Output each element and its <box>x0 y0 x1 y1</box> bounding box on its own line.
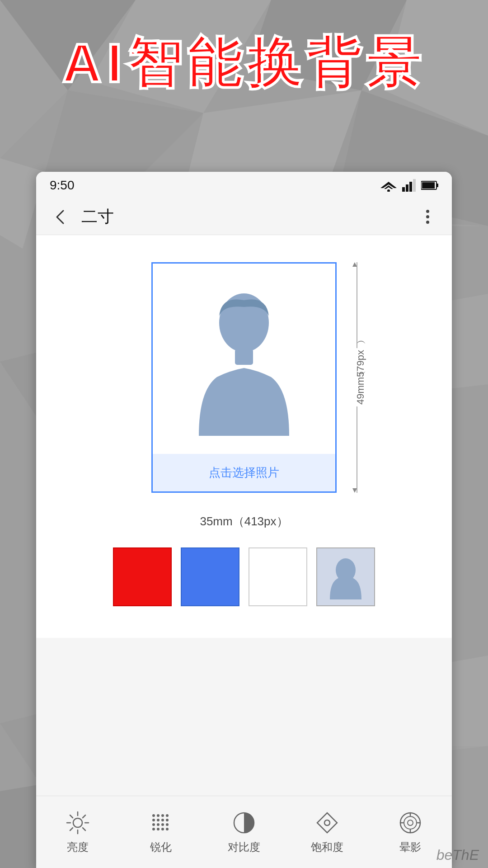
wifi-icon <box>380 179 397 192</box>
dimension-bottom: 35mm（413px） <box>200 514 288 529</box>
svg-point-39 <box>73 818 82 827</box>
svg-rect-35 <box>436 184 438 187</box>
bottom-nav: 亮度 <box>36 796 452 868</box>
svg-rect-37 <box>235 349 253 365</box>
swatch-red[interactable] <box>113 547 172 606</box>
app-bar-title: 二寸 <box>81 206 414 228</box>
svg-line-44 <box>70 815 73 818</box>
swatches-row <box>113 547 375 606</box>
brightness-label: 亮度 <box>67 840 89 854</box>
svg-rect-32 <box>413 179 416 192</box>
svg-line-46 <box>83 815 85 818</box>
main-title: AI智能换背景 <box>0 27 488 101</box>
status-icons <box>380 179 438 192</box>
contrast-label: 对比度 <box>228 840 260 854</box>
brightness-icon <box>65 810 90 835</box>
svg-marker-65 <box>317 813 337 833</box>
watermark: beThE <box>427 842 488 868</box>
photo-tap-text[interactable]: 点击选择照片 <box>153 454 335 491</box>
battery-icon <box>421 180 438 190</box>
svg-line-45 <box>83 828 85 830</box>
svg-rect-31 <box>409 182 412 192</box>
svg-point-55 <box>166 819 169 821</box>
svg-point-50 <box>161 814 164 817</box>
svg-point-66 <box>324 820 330 826</box>
svg-point-62 <box>161 828 164 830</box>
status-bar: 9:50 <box>36 172 452 199</box>
photo-silhouette <box>153 264 335 454</box>
svg-point-48 <box>152 814 155 817</box>
svg-rect-29 <box>402 187 405 192</box>
signal-icon <box>402 179 416 192</box>
svg-point-52 <box>152 819 155 821</box>
svg-point-49 <box>157 814 160 817</box>
vignette-label: 晕影 <box>399 840 421 854</box>
photo-frame-container: 点击选择照片 49mm（579px） <box>151 262 337 493</box>
title-area: AI智能换背景 <box>0 27 488 101</box>
more-button[interactable] <box>414 203 441 231</box>
svg-line-47 <box>70 828 73 830</box>
svg-point-61 <box>157 828 160 830</box>
photo-frame[interactable]: 点击选择照片 <box>151 262 337 493</box>
svg-rect-30 <box>406 184 408 192</box>
nav-item-contrast[interactable]: 对比度 <box>202 810 286 854</box>
swatch-white[interactable] <box>249 547 307 606</box>
svg-point-60 <box>152 828 155 830</box>
app-bar: 二寸 <box>36 199 452 235</box>
saturation-label: 饱和度 <box>311 840 343 854</box>
phone-mockup: 9:50 <box>36 172 452 868</box>
svg-point-57 <box>157 823 160 826</box>
nav-item-saturation[interactable]: 饱和度 <box>286 810 369 854</box>
sharpness-icon <box>148 810 174 835</box>
svg-rect-34 <box>422 182 435 189</box>
swatch-blue[interactable] <box>181 547 239 606</box>
swatch-portrait[interactable] <box>316 547 375 606</box>
svg-point-53 <box>157 819 160 821</box>
svg-point-59 <box>166 823 169 826</box>
vignette-icon <box>398 810 423 835</box>
dimension-right-text: 49mm（579px） <box>353 348 368 406</box>
svg-point-69 <box>408 820 413 826</box>
person-silhouette-svg <box>181 282 307 436</box>
dimension-right: 49mm（579px） <box>341 262 368 493</box>
svg-point-58 <box>161 823 164 826</box>
status-time: 9:50 <box>50 178 75 193</box>
svg-point-54 <box>161 819 164 821</box>
nav-item-sharpness[interactable]: 锐化 <box>119 810 202 854</box>
saturation-icon <box>314 810 340 835</box>
svg-point-51 <box>166 814 169 817</box>
portrait-swatch-icon <box>325 554 366 599</box>
nav-item-brightness[interactable]: 亮度 <box>36 810 119 854</box>
svg-point-56 <box>152 823 155 826</box>
sharpness-label: 锐化 <box>150 840 172 854</box>
back-button[interactable] <box>47 203 74 231</box>
contrast-icon <box>231 810 257 835</box>
svg-point-68 <box>404 816 417 829</box>
svg-point-63 <box>166 828 169 830</box>
content-area: 点击选择照片 49mm（579px） 35mm（413px） <box>36 235 452 638</box>
svg-point-28 <box>387 189 390 192</box>
